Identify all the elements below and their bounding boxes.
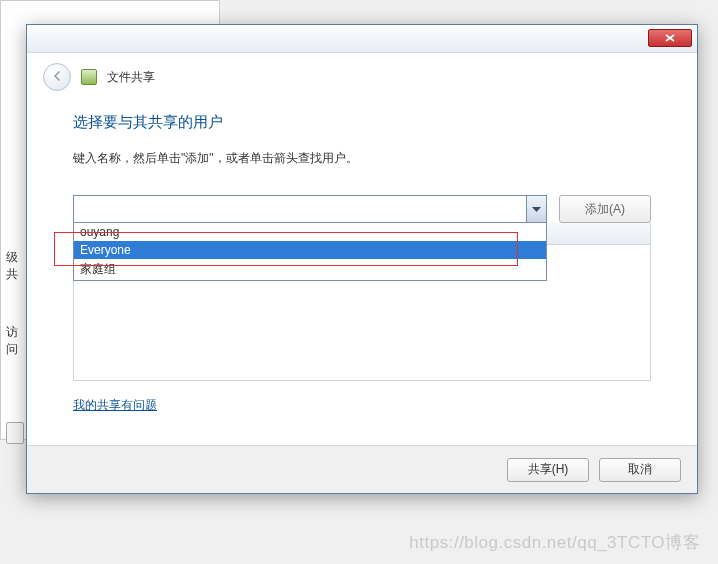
share-button[interactable]: 共享(H) — [507, 458, 589, 482]
dropdown-item-everyone[interactable]: Everyone — [74, 241, 546, 259]
instruction-text: 键入名称，然后单击"添加"，或者单击箭头查找用户。 — [73, 150, 651, 167]
chevron-down-icon — [532, 202, 541, 216]
add-button[interactable]: 添加(A) — [559, 195, 651, 223]
combo-wrapper: ouyang Everyone 家庭组 — [73, 195, 547, 223]
dropdown-item-homegroup[interactable]: 家庭组 — [74, 259, 546, 280]
dialog-title: 文件共享 — [107, 69, 155, 86]
titlebar — [27, 25, 697, 53]
help-link[interactable]: 我的共享有问题 — [73, 397, 157, 414]
file-sharing-icon — [81, 69, 97, 85]
dialog-footer: 共享(H) 取消 — [27, 445, 697, 493]
file-sharing-dialog: 文件共享 选择要与其共享的用户 键入名称，然后单击"添加"，或者单击箭头查找用户… — [26, 24, 698, 494]
cancel-button[interactable]: 取消 — [599, 458, 681, 482]
back-arrow-icon — [50, 69, 64, 86]
close-button[interactable] — [648, 29, 692, 47]
watermark-text: https://blog.csdn.net/qq_3TCTO博客 — [409, 531, 700, 554]
close-icon — [665, 34, 675, 42]
user-field-row: ouyang Everyone 家庭组 添加(A) — [73, 195, 651, 223]
content-area: 选择要与其共享的用户 键入名称，然后单击"添加"，或者单击箭头查找用户。 ouy… — [27, 97, 697, 414]
user-combobox[interactable] — [73, 195, 547, 223]
user-dropdown-list: ouyang Everyone 家庭组 — [73, 222, 547, 281]
back-button[interactable] — [43, 63, 71, 91]
header-row: 文件共享 — [27, 53, 697, 97]
dropdown-item-ouyang[interactable]: ouyang — [74, 223, 546, 241]
dropdown-arrow-button[interactable] — [526, 196, 546, 222]
page-heading: 选择要与其共享的用户 — [73, 113, 651, 132]
bg-button — [6, 422, 24, 444]
